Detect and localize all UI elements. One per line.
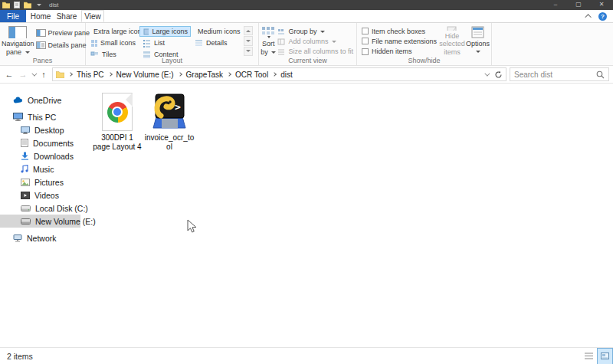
back-button[interactable]: ← [4,70,15,79]
gallery-scroll-down-icon[interactable] [244,36,253,45]
status-bar: 2 items [0,347,613,364]
sidebar-item-label: Downloads [34,152,74,161]
layout-group-label: Layout [86,57,258,64]
hide-selected-items-icon [446,26,458,31]
sidebar-item-pictures[interactable]: Pictures [0,175,80,189]
desktop-icon [21,126,30,134]
breadcrumb-chevron-icon [108,72,113,77]
breadcrumb-ocr-tool[interactable]: OCR Tool [235,71,268,79]
minimize-button[interactable]: – [544,0,567,10]
sidebar-item-label: Videos [34,191,59,200]
sidebar-item-label: Music [33,165,54,174]
breadcrumb-new-volume[interactable]: New Volume (E:) [116,71,174,79]
layout-small-icons[interactable]: Small icons [87,38,139,48]
file-name-extensions-checkbox[interactable]: File name extensions [362,37,437,45]
refresh-icon[interactable] [494,71,503,79]
details-view-toggle[interactable] [581,348,597,364]
pictures-icon [21,179,30,186]
navigation-bar: ← → ↑ This PC New Volume (E:) GrapeTask … [0,66,613,84]
navigation-pane: OneDrive This PC Desktop Documents Downl… [0,84,80,347]
options-label: Options [466,40,490,48]
item-check-boxes-label: Item check boxes [372,28,425,35]
sidebar-item-local-disk-c[interactable]: Local Disk (C:) [0,202,80,215]
show-hide-group-label: Show/hide [357,57,491,64]
file-item-invoice-ocr-tool[interactable]: > invoice_ocr_tool [143,90,195,152]
address-bar[interactable]: This PC New Volume (E:) GrapeTask OCR To… [52,67,506,81]
tab-home[interactable]: Home [29,10,52,22]
sort-by-button[interactable]: Sort by [261,25,276,56]
svg-text:>: > [175,101,181,113]
sidebar-item-videos[interactable]: Videos [0,189,80,202]
sidebar-item-this-pc[interactable]: This PC [0,110,80,123]
address-dropdown-icon[interactable] [484,71,490,76]
this-pc-icon [13,113,23,121]
options-button[interactable]: Options [466,25,490,56]
search-input[interactable] [514,71,596,79]
file-item-chrome-html[interactable]: 300DPI 1 page Layout 4 [91,90,143,152]
sidebar-item-new-volume-e[interactable]: New Volume (E:) [0,215,80,228]
layout-list[interactable]: List [139,38,191,48]
item-check-boxes-checkbox[interactable]: Item check boxes [362,27,437,35]
ribbon: Navigation pane Preview pane Details pan… [0,23,613,66]
layout-medium-icons[interactable]: Medium icons [192,26,243,37]
group-by-label: Group by [288,28,316,35]
breadcrumb-dist[interactable]: dist [280,71,293,79]
dropdown-caret-icon [320,31,325,33]
minimize-ribbon-icon[interactable] [585,14,591,20]
breadcrumb-chevron-icon [178,72,182,77]
add-columns-button[interactable]: Add columns [276,37,355,46]
drive-icon [21,205,31,212]
close-button[interactable]: ✕ [590,0,613,10]
sidebar-item-label: Pictures [34,178,64,187]
maximize-button[interactable]: ▢ [567,0,590,10]
forward-button[interactable]: → [18,70,28,79]
current-view-group-label: Current view [259,57,356,64]
layout-item-label: Details [206,39,228,47]
options-icon [471,26,484,38]
group-by-button[interactable]: Group by [276,27,355,36]
up-button[interactable]: ↑ [38,70,49,79]
new-folder-icon[interactable] [24,2,31,8]
breadcrumb-grapetask[interactable]: GrapeTask [186,71,223,79]
sidebar-item-documents[interactable]: Documents [0,136,80,149]
tab-view[interactable]: View [81,10,104,22]
gallery-scroll-up-icon[interactable] [244,26,253,35]
hide-selected-items-button[interactable]: Hide selected items [438,25,466,56]
panes-group-label: Panes [0,57,85,64]
help-icon[interactable]: ? [598,12,607,21]
size-all-columns-button[interactable]: Size all columns to fit [276,47,355,56]
drive-icon [21,218,31,225]
search-icon[interactable] [596,71,605,79]
sidebar-item-desktop[interactable]: Desktop [0,123,80,136]
tab-share[interactable]: Share [55,10,78,22]
breadcrumb-this-pc[interactable]: This PC [77,71,104,79]
gallery-more-icon[interactable] [244,47,253,56]
search-box[interactable] [510,67,609,81]
layout-large-icons[interactable]: Large icons [139,26,191,37]
customize-qat-caret-icon[interactable] [37,4,41,6]
hidden-items-checkbox[interactable]: Hidden items [362,48,437,56]
list-view-icon [143,39,151,48]
videos-icon [21,192,30,199]
sidebar-item-onedrive[interactable]: OneDrive [0,93,80,107]
ribbon-group-current-view: Sort by Group by Add columns Size all co… [259,23,357,65]
recent-locations-icon[interactable] [31,71,37,76]
properties-icon[interactable] [14,2,20,8]
details-pane-button[interactable]: Details pane [34,40,92,51]
sidebar-item-label: This PC [28,113,56,122]
onedrive-cloud-icon [13,97,23,103]
layout-extra-large-icons[interactable]: Extra large icons [87,26,139,37]
navigation-pane-button[interactable]: Navigation pane [2,25,34,56]
preview-pane-button[interactable]: Preview pane [34,28,92,38]
sidebar-item-network[interactable]: Network [0,231,80,244]
layout-details[interactable]: Details [192,38,243,48]
large-icons-view-toggle[interactable] [597,348,613,364]
sidebar-item-music[interactable]: Music [0,162,80,175]
tab-file[interactable]: File [0,10,26,22]
file-list-area[interactable]: 300DPI 1 page Layout 4 > invoice_ocr_too… [80,84,613,347]
dropdown-caret-icon [271,51,276,54]
navigation-pane-icon [8,26,27,38]
sidebar-item-downloads[interactable]: Downloads [0,149,80,162]
music-icon [21,165,28,173]
small-icons-icon [90,39,97,48]
